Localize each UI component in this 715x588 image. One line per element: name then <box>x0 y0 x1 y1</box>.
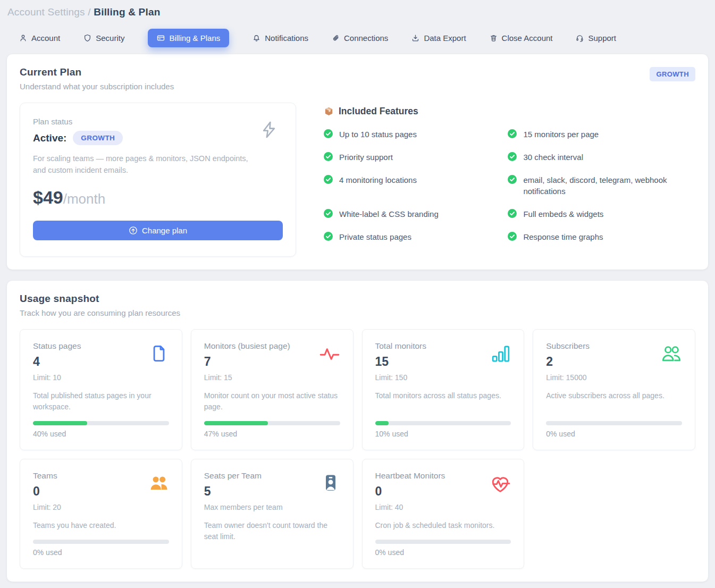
usage-card-subscribers: Subscribers 2 Limit: 15000 Active subscr… <box>533 329 695 450</box>
usage-card-limit: Limit: 40 <box>375 503 445 511</box>
feature-item: email, slack, discord, telegram, webhook… <box>508 174 695 198</box>
usage-card-title: Status pages <box>33 341 81 351</box>
feature-item: 30 check interval <box>508 152 695 163</box>
package-icon <box>324 106 334 116</box>
person-icon <box>19 34 27 42</box>
feature-item: 4 monitoring locations <box>324 174 497 198</box>
trash-icon <box>490 34 498 42</box>
usage-title: Usage snapshot <box>20 293 695 305</box>
feature-item: White-label & CSS branding <box>324 208 497 220</box>
usage-card-description: Total monitors across all status pages. <box>375 390 511 401</box>
usage-card-limit: Limit: 15 <box>204 373 290 382</box>
tab-support[interactable]: Support <box>576 29 616 47</box>
paperclip-icon <box>332 34 340 42</box>
activity-icon <box>319 343 340 365</box>
check-icon <box>324 232 333 241</box>
usage-card-title: Seats per Team <box>204 471 283 481</box>
plan-price-row: $49 /month <box>33 187 283 208</box>
features-title: Included Features <box>339 106 418 117</box>
plan-status-value: Active: <box>33 132 66 144</box>
usage-card-description: Teams you have created. <box>33 520 169 531</box>
lightning-icon <box>259 120 279 141</box>
usage-card-teams: Teams 0 Limit: 20 Teams you have created… <box>20 459 182 569</box>
usage-card-title: Subscribers <box>546 341 590 351</box>
usage-progress: 0% used <box>375 531 511 557</box>
users-outline-icon <box>661 343 682 365</box>
usage-card-seats-per-team: Seats per Team 5 Max members per team Te… <box>191 459 354 569</box>
feature-item: Up to 10 status pages <box>324 129 497 140</box>
feature-label: Priority support <box>339 152 393 163</box>
check-icon <box>324 152 333 161</box>
tab-label: Account <box>31 33 60 43</box>
usage-card-limit: Limit: 150 <box>375 373 426 382</box>
feature-item: 15 monitors per page <box>508 129 695 140</box>
percent-used-label: 47% used <box>204 430 340 438</box>
tab-billing-plans[interactable]: Billing & Plans <box>148 29 229 47</box>
current-plan-subtitle: Understand what your subscription includ… <box>20 82 174 91</box>
check-icon <box>508 209 517 218</box>
percent-used-label: 40% used <box>33 430 169 438</box>
check-icon <box>324 175 333 184</box>
usage-card-description: Cron job & scheduled task monitors. <box>375 520 511 531</box>
usage-card-title: Monitors (busiest page) <box>204 341 290 351</box>
tab-label: Data Export <box>424 33 466 43</box>
percent-used-label: 0% used <box>33 548 169 557</box>
credit-card-icon <box>157 34 165 42</box>
usage-card-value: 0 <box>375 484 445 499</box>
plan-tier-badge: GROWTH <box>73 131 123 145</box>
usage-card-value: 2 <box>546 355 590 369</box>
usage-card-value: 4 <box>33 355 81 369</box>
feature-label: White-label & CSS branding <box>339 208 439 220</box>
billing-page: Account Settings / Billing & Plan Accoun… <box>0 0 715 582</box>
usage-card-description: Team owner doesn't count toward the seat… <box>204 520 340 542</box>
usage-card-heartbeat-monitors: Heartbeat Monitors 0 Limit: 40 Cron job … <box>362 459 525 569</box>
progress-track <box>33 540 169 544</box>
shield-icon <box>83 34 91 42</box>
usage-card-description: Active subscribers across all pages. <box>546 390 682 401</box>
progress-track <box>546 421 682 425</box>
tab-label: Billing & Plans <box>169 33 220 43</box>
feature-item: Priority support <box>324 152 497 163</box>
feature-label: Response time graphs <box>523 231 603 243</box>
plan-status-label: Plan status <box>33 117 123 126</box>
file-icon <box>149 343 169 364</box>
plan-status-card: Plan status Active: GROWTH For scaling t… <box>20 103 296 257</box>
usage-progress: 40% used <box>33 413 169 438</box>
tab-security[interactable]: Security <box>83 29 124 47</box>
check-icon <box>508 152 517 161</box>
usage-card-limit: Limit: 10 <box>33 373 81 382</box>
tab-data-export[interactable]: Data Export <box>411 29 466 47</box>
breadcrumb: Account Settings / Billing & Plan <box>0 0 715 18</box>
tab-notifications[interactable]: Notifications <box>253 29 308 47</box>
plan-badge: GROWTH <box>650 67 695 81</box>
usage-card-value: 5 <box>204 484 283 499</box>
progress-fill <box>375 421 389 425</box>
usage-card-limit: Max members per team <box>204 503 283 511</box>
plan-price-suffix: /month <box>63 191 106 207</box>
change-plan-button[interactable]: Change plan <box>33 221 283 240</box>
usage-progress: 10% used <box>375 413 511 438</box>
usage-card-description: Total published status pages in your wor… <box>33 390 169 413</box>
feature-label: 15 monitors per page <box>523 129 599 140</box>
check-icon <box>508 129 517 138</box>
progress-track <box>33 421 169 425</box>
tab-connections[interactable]: Connections <box>332 29 388 47</box>
tab-close-account[interactable]: Close Account <box>490 29 553 47</box>
breadcrumb-section[interactable]: Account Settings / <box>7 6 91 18</box>
headset-icon <box>576 34 584 42</box>
usage-card-value: 0 <box>33 484 61 499</box>
usage-card-value: 7 <box>204 355 290 369</box>
feature-item: Private status pages <box>324 231 497 243</box>
current-plan-header: Current Plan Understand what your subscr… <box>20 65 695 91</box>
heart-pulse-icon <box>490 473 511 494</box>
bell-icon <box>253 34 260 42</box>
feature-label: Private status pages <box>339 231 411 243</box>
feature-label: Full embeds & widgets <box>523 208 603 220</box>
tab-label: Notifications <box>265 33 308 43</box>
usage-card-title: Teams <box>33 471 61 481</box>
tab-label: Connections <box>344 33 388 43</box>
feature-label: 4 monitoring locations <box>339 174 417 186</box>
tab-account[interactable]: Account <box>19 29 60 47</box>
progress-track <box>375 540 511 544</box>
download-icon <box>411 34 419 42</box>
